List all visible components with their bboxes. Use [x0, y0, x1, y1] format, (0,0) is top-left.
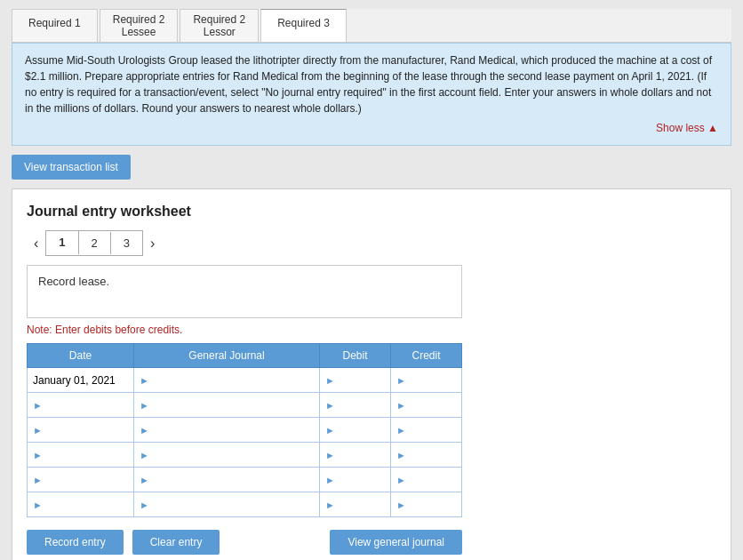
- next-page-arrow[interactable]: ›: [143, 236, 162, 252]
- table-row: ►►►►: [28, 443, 462, 468]
- main-card: Journal entry worksheet ‹ 1 2 3 › Record…: [12, 188, 731, 560]
- show-less-link[interactable]: Show less ▲: [25, 120, 718, 136]
- journal-arrow-icon: ►: [140, 425, 149, 436]
- record-lease-text: Record lease.: [38, 275, 109, 288]
- cell-journal[interactable]: ►: [134, 368, 320, 393]
- cell-journal[interactable]: ►: [134, 468, 320, 492]
- cell-credit[interactable]: ►: [391, 418, 462, 443]
- cell-debit[interactable]: ►: [320, 468, 391, 492]
- table-row: ►►►►: [28, 418, 462, 443]
- cell-credit[interactable]: ►: [391, 468, 462, 492]
- journal-arrow-icon: ►: [140, 375, 149, 386]
- ws-tab-3[interactable]: 3: [111, 232, 142, 254]
- cell-journal[interactable]: ►: [134, 418, 320, 443]
- date-arrow-icon: ►: [33, 425, 43, 436]
- cell-credit[interactable]: ►: [391, 492, 462, 517]
- tab-required2-lessee[interactable]: Required 2Lessee: [100, 9, 179, 42]
- cell-journal[interactable]: ►: [134, 443, 320, 468]
- journal-arrow-icon: ►: [140, 400, 149, 411]
- debit-arrow-icon: ►: [325, 475, 335, 485]
- journal-arrow-icon: ►: [140, 450, 149, 460]
- debit-arrow-icon: ►: [325, 425, 335, 436]
- cell-debit[interactable]: ►: [320, 393, 391, 418]
- col-journal: General Journal: [134, 344, 320, 368]
- date-arrow-icon: ►: [33, 450, 43, 460]
- cell-journal[interactable]: ►: [134, 492, 320, 517]
- col-date: Date: [28, 344, 134, 368]
- ws-tab-2[interactable]: 2: [79, 232, 111, 254]
- credit-arrow-icon: ►: [396, 425, 406, 436]
- credit-arrow-icon: ►: [396, 375, 406, 386]
- credit-arrow-icon: ►: [396, 475, 406, 485]
- credit-arrow-icon: ►: [396, 400, 406, 411]
- debit-arrow-icon: ►: [325, 500, 335, 510]
- cell-debit[interactable]: ►: [320, 492, 391, 517]
- cell-date[interactable]: January 01, 2021: [28, 368, 134, 393]
- credit-arrow-icon: ►: [396, 450, 406, 460]
- debit-arrow-icon: ►: [325, 375, 335, 386]
- cell-date[interactable]: ►: [28, 418, 134, 443]
- record-entry-button[interactable]: Record entry: [27, 530, 124, 555]
- table-row: January 01, 2021►►►: [28, 368, 462, 393]
- credit-arrow-icon: ►: [396, 500, 406, 510]
- cell-date[interactable]: ►: [28, 468, 134, 492]
- cell-debit[interactable]: ►: [320, 443, 391, 468]
- view-transaction-button[interactable]: View transaction list: [12, 155, 131, 180]
- info-text: Assume Mid-South Urologists Group leased…: [25, 54, 712, 115]
- cell-credit[interactable]: ►: [391, 443, 462, 468]
- cell-credit[interactable]: ►: [391, 393, 462, 418]
- clear-entry-button[interactable]: Clear entry: [132, 530, 220, 555]
- table-row: ►►►►: [28, 393, 462, 418]
- action-buttons: Record entry Clear entry View general jo…: [27, 530, 462, 555]
- debit-arrow-icon: ►: [325, 400, 335, 411]
- cell-date[interactable]: ►: [28, 393, 134, 418]
- cell-debit[interactable]: ►: [320, 368, 391, 393]
- journal-arrow-icon: ►: [140, 500, 149, 510]
- tab-required3[interactable]: Required 3: [260, 9, 347, 42]
- prev-page-arrow[interactable]: ‹: [27, 236, 45, 252]
- table-row: ►►►►: [28, 492, 462, 517]
- cell-date[interactable]: ►: [28, 443, 134, 468]
- debit-arrow-icon: ►: [325, 450, 335, 460]
- date-arrow-icon: ►: [33, 400, 43, 411]
- ws-tab-1[interactable]: 1: [46, 231, 78, 255]
- cell-debit[interactable]: ►: [320, 418, 391, 443]
- date-arrow-icon: ►: [33, 475, 43, 485]
- journal-arrow-icon: ►: [140, 475, 149, 485]
- cell-journal[interactable]: ►: [134, 393, 320, 418]
- date-arrow-icon: ►: [33, 500, 43, 510]
- cell-credit[interactable]: ►: [391, 368, 462, 393]
- col-credit: Credit: [391, 344, 462, 368]
- worksheet-nav: ‹ 1 2 3 ›: [27, 230, 716, 256]
- cell-date[interactable]: ►: [28, 492, 134, 517]
- info-box: Assume Mid-South Urologists Group leased…: [12, 43, 731, 146]
- table-row: ►►►►: [28, 468, 462, 492]
- journal-table: Date General Journal Debit Credit Januar…: [27, 343, 462, 517]
- note-text: Note: Enter debits before credits.: [27, 324, 716, 336]
- tab-required2-lessor[interactable]: Required 2Lessor: [180, 9, 259, 42]
- view-general-journal-button[interactable]: View general journal: [330, 530, 462, 555]
- tab-required1[interactable]: Required 1: [12, 9, 98, 42]
- record-lease-box: Record lease.: [27, 265, 462, 318]
- col-debit: Debit: [320, 344, 391, 368]
- journal-title: Journal entry worksheet: [27, 204, 716, 220]
